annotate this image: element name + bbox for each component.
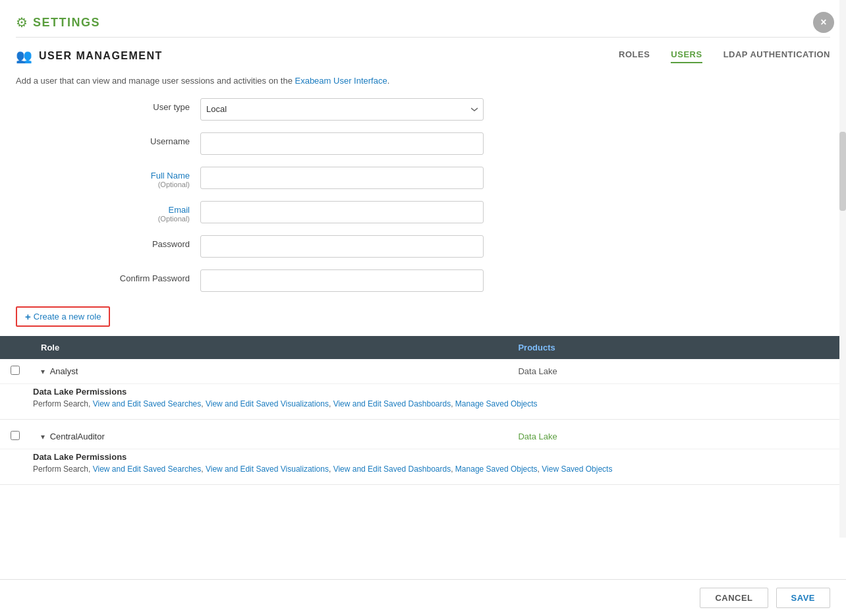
close-icon: ×	[820, 16, 826, 28]
email-label: Email	[95, 205, 190, 215]
scrollbar-track[interactable]	[839, 0, 846, 538]
create-new-role-button[interactable]: + Create a new role	[16, 306, 110, 327]
page-description: Add a user that can view and manage user…	[0, 69, 846, 98]
exabeam-link[interactable]: Exabeam User Interface	[295, 76, 387, 86]
confirm-password-row: Confirm Password	[95, 269, 656, 292]
analyst-perm-link-4[interactable]: Manage Saved Objects	[455, 399, 538, 408]
spacer-row	[0, 419, 846, 424]
central-auditor-role-name: CentralAuditor	[50, 432, 105, 441]
ca-perm-link-4[interactable]: Manage Saved Objects	[455, 464, 538, 474]
fullname-label: Full Name	[95, 171, 190, 181]
password-row: Password	[95, 235, 656, 258]
fullname-optional-label: (Optional)	[95, 181, 190, 188]
scrollbar-thumb	[839, 132, 846, 211]
role-col-checkbox-header	[0, 336, 30, 359]
username-input[interactable]	[200, 132, 484, 155]
password-label: Password	[95, 239, 190, 249]
close-button[interactable]: ×	[813, 12, 834, 33]
users-icon: 👥	[16, 48, 32, 64]
role-col-role-header: Role	[30, 336, 507, 359]
central-auditor-permission-list: Perform Search, View and Edit Saved Sear…	[33, 463, 835, 475]
user-management-section: 👥 User Management ROLES USERS LDAP AUTHE…	[0, 38, 846, 69]
analyst-role-name: Analyst	[50, 366, 78, 376]
table-row: ▾ Analyst Data Lake	[0, 359, 846, 384]
analyst-perm-link-1[interactable]: View and Edit Saved Searches	[93, 399, 202, 408]
central-auditor-product: Data Lake	[518, 432, 557, 441]
confirm-password-input[interactable]	[200, 269, 484, 292]
central-auditor-checkbox[interactable]	[11, 431, 20, 440]
user-management-title: User Management	[39, 50, 163, 62]
analyst-product: Data Lake	[518, 366, 557, 376]
save-button[interactable]: SAVE	[776, 588, 830, 608]
add-user-form: User type Local LDAP Username Full Name …	[79, 98, 672, 292]
analyst-permission-list: Perform Search, View and Edit Saved Sear…	[33, 398, 835, 410]
role-col-products-header: Products	[507, 336, 846, 359]
settings-title: Settings	[33, 16, 100, 30]
user-type-select[interactable]: Local LDAP	[200, 98, 484, 121]
email-optional-label: (Optional)	[95, 215, 190, 223]
analyst-expand-button[interactable]: ▾	[41, 367, 45, 376]
ca-perm-link-1[interactable]: View and Edit Saved Searches	[93, 464, 202, 474]
username-row: Username	[95, 132, 656, 155]
user-type-label: User type	[95, 102, 190, 112]
analyst-permission-title: Data Lake Permissions	[33, 387, 835, 397]
plus-icon: +	[25, 311, 31, 322]
central-auditor-detail-row: Data Lake Permissions Perform Search, Vi…	[0, 449, 846, 485]
settings-header: ⚙ Settings	[0, 0, 846, 37]
tab-navigation: ROLES USERS LDAP AUTHENTICATION	[619, 49, 830, 63]
roles-table: Role Products ▾ Analyst Data Lake	[0, 336, 846, 486]
email-row: Email (Optional)	[95, 201, 656, 223]
tab-roles[interactable]: ROLES	[619, 49, 650, 63]
analyst-checkbox[interactable]	[11, 366, 20, 375]
username-label: Username	[95, 136, 190, 146]
central-auditor-permission-title: Data Lake Permissions	[33, 452, 835, 462]
central-auditor-expand-button[interactable]: ▾	[41, 432, 45, 441]
ca-perm-link-3[interactable]: View and Edit Saved Dashboards	[333, 464, 451, 474]
ca-perm-link-2[interactable]: View and Edit Saved Visualizations	[206, 464, 329, 474]
confirm-password-label: Confirm Password	[95, 273, 190, 283]
analyst-perm-link-3[interactable]: View and Edit Saved Dashboards	[333, 399, 451, 408]
tab-ldap-authentication[interactable]: LDAP AUTHENTICATION	[723, 49, 830, 63]
ca-perm-link-5[interactable]: View Saved Objects	[542, 464, 612, 474]
password-input[interactable]	[200, 235, 484, 258]
user-type-row: User type Local LDAP	[95, 98, 656, 121]
tab-users[interactable]: USERS	[671, 49, 702, 63]
footer-bar: CANCEL SAVE	[0, 579, 846, 616]
cancel-button[interactable]: CANCEL	[700, 588, 768, 608]
analyst-perm-link-2[interactable]: View and Edit Saved Visualizations	[206, 399, 329, 408]
gear-icon: ⚙	[16, 14, 28, 30]
table-row: ▾ CentralAuditor Data Lake	[0, 424, 846, 449]
analyst-detail-row: Data Lake Permissions Perform Search, Vi…	[0, 383, 846, 419]
fullname-input[interactable]	[200, 167, 484, 189]
create-role-label: Create a new role	[34, 312, 101, 322]
email-input[interactable]	[200, 201, 484, 223]
fullname-row: Full Name (Optional)	[95, 167, 656, 189]
